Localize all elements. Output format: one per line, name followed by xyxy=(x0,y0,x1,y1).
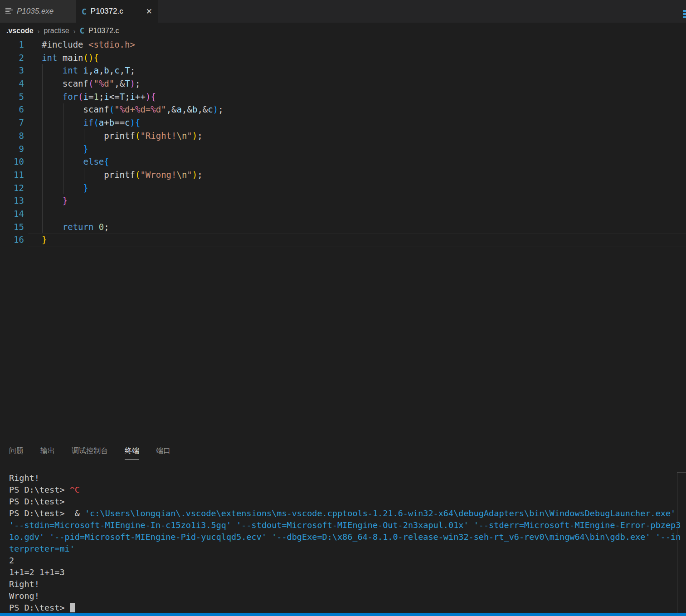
breadcrumb: .vscode › practise › C P10372.c xyxy=(6,24,119,37)
code-text: } xyxy=(42,142,88,156)
editor-actions-icon[interactable] xyxy=(683,10,686,19)
terminal-cursor xyxy=(70,603,75,612)
status-bar xyxy=(0,613,686,616)
c-file-icon: C xyxy=(82,7,87,16)
code-text: else{ xyxy=(42,155,109,168)
code-text: int main(){ xyxy=(42,51,99,64)
code-text: printf("Wrong!\n"); xyxy=(42,168,203,181)
line-number[interactable]: 10 xyxy=(0,155,24,168)
code-line[interactable]: 9 } xyxy=(0,142,686,156)
code-text: } xyxy=(42,181,88,195)
code-text: scanf("%d",&T); xyxy=(42,77,140,90)
binary-file-icon xyxy=(5,7,13,16)
line-number[interactable]: 16 xyxy=(0,233,24,246)
code-editor[interactable]: 1#include <stdio.h>2int main(){3 int i,a… xyxy=(0,38,686,441)
c-file-icon: C xyxy=(80,26,84,35)
tab-p1035-exe[interactable]: P1035.exe xyxy=(0,0,76,23)
code-line[interactable]: 7 if(a+b==c){ xyxy=(0,116,686,129)
breadcrumb-file[interactable]: P10372.c xyxy=(88,27,119,35)
panel-tab[interactable]: 端口 xyxy=(156,446,170,460)
code-text: #include <stdio.h> xyxy=(42,38,135,51)
code-line[interactable]: 1#include <stdio.h> xyxy=(0,38,686,51)
line-number[interactable]: 1 xyxy=(0,38,24,51)
line-number[interactable]: 12 xyxy=(0,181,24,195)
line-number[interactable]: 7 xyxy=(0,116,24,129)
terminal-line: PS D:\test> ^C xyxy=(9,484,676,496)
code-text: if(a+b==c){ xyxy=(42,116,140,129)
tab-p10372-c[interactable]: C P10372.c ✕ xyxy=(76,0,158,23)
line-number[interactable]: 15 xyxy=(0,220,24,234)
vscode-window: P1035.exe C P10372.c ✕ .vscode › practis… xyxy=(0,0,686,616)
panel-tab[interactable]: 终端 xyxy=(125,446,139,460)
tab-label: P10372.c xyxy=(91,7,123,16)
code-text: int i,a,b,c,T; xyxy=(42,64,135,77)
code-line[interactable]: 2int main(){ xyxy=(0,51,686,64)
line-number[interactable]: 11 xyxy=(0,168,24,181)
tab-label: P1035.exe xyxy=(17,7,54,16)
terminal-line: Wrong! xyxy=(9,590,676,602)
line-number[interactable]: 4 xyxy=(0,77,24,90)
close-icon[interactable]: ✕ xyxy=(146,7,152,16)
terminal-scrollbar-edge xyxy=(677,472,686,473)
code-text: for(i=1;i<=T;i++){ xyxy=(42,90,156,103)
terminal-line: terpreter=mi' xyxy=(9,543,676,555)
code-line[interactable]: 13 } xyxy=(0,194,686,207)
line-number[interactable]: 2 xyxy=(0,51,24,64)
breadcrumb-folder[interactable]: practise xyxy=(44,27,69,35)
code-line[interactable]: 5 for(i=1;i<=T;i++){ xyxy=(0,90,686,103)
code-line[interactable]: 6 scanf("%d+%d=%d",&a,&b,&c); xyxy=(0,103,686,116)
terminal-line: 1o.gdv' '--pid=Microsoft-MIEngine-Pid-yu… xyxy=(9,531,676,543)
terminal-line: Right! xyxy=(9,472,676,484)
terminal-line: Right! xyxy=(9,578,676,590)
line-number[interactable]: 8 xyxy=(0,129,24,142)
panel-tab[interactable]: 问题 xyxy=(9,446,24,460)
code-text: return 0; xyxy=(42,220,109,234)
code-text: printf("Right!\n"); xyxy=(42,129,203,142)
line-number[interactable]: 14 xyxy=(0,207,24,220)
terminal-line: 1+1=2 1+1=3 xyxy=(9,567,676,578)
code-text: } xyxy=(42,233,47,246)
line-number[interactable]: 13 xyxy=(0,194,24,207)
code-line[interactable]: 10 else{ xyxy=(0,155,686,168)
line-number[interactable]: 5 xyxy=(0,90,24,103)
code-line[interactable]: 14 xyxy=(0,207,686,220)
code-line[interactable]: 12 } xyxy=(0,181,686,195)
code-line[interactable]: 11 printf("Wrong!\n"); xyxy=(0,168,686,181)
panel-tab[interactable]: 输出 xyxy=(40,446,55,460)
terminal-line: PS D:\test> & 'c:\Users\longqian\.vscode… xyxy=(9,508,676,519)
line-number[interactable]: 6 xyxy=(0,103,24,116)
code-line[interactable]: 8 printf("Right!\n"); xyxy=(0,129,686,142)
code-line[interactable]: 15 return 0; xyxy=(0,220,686,234)
chevron-right-icon: › xyxy=(73,27,76,35)
code-line[interactable]: 3 int i,a,b,c,T; xyxy=(0,64,686,77)
line-number[interactable]: 9 xyxy=(0,142,24,156)
code-text: } xyxy=(42,194,68,207)
terminal-line: PS D:\test> xyxy=(9,496,676,508)
line-number[interactable]: 3 xyxy=(0,64,24,77)
code-text: scanf("%d+%d=%d",&a,&b,&c); xyxy=(42,103,224,116)
code-line[interactable]: 16} xyxy=(0,233,686,246)
breadcrumb-folder[interactable]: .vscode xyxy=(6,27,34,35)
editor-tab-bar: P1035.exe C P10372.c ✕ xyxy=(0,0,686,23)
code-line[interactable]: 4 scanf("%d",&T); xyxy=(0,77,686,90)
terminal-scrollbar[interactable] xyxy=(677,472,677,613)
terminal-line: 2 xyxy=(9,555,676,567)
terminal-line: PS D:\test> xyxy=(9,602,676,614)
panel-tab[interactable]: 调试控制台 xyxy=(72,446,108,460)
chevron-right-icon: › xyxy=(38,27,40,35)
panel-tab-bar: 问题输出调试控制台终端端口 xyxy=(9,446,187,460)
terminal-line: '--stdin=Microsoft-MIEngine-In-c15zo1i3.… xyxy=(9,519,676,531)
terminal[interactable]: Right!PS D:\test> ^CPS D:\test>PS D:\tes… xyxy=(9,472,676,614)
